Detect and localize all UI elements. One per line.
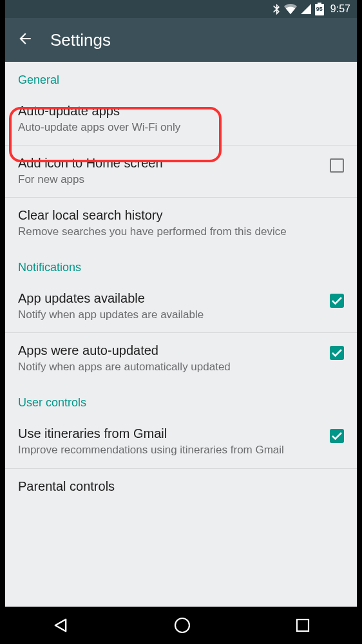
settings-list: General Auto-update apps Auto-update app… [5, 62, 357, 607]
setting-subtitle: Notify when apps are automatically updat… [18, 360, 319, 374]
signal-icon [301, 4, 311, 14]
app-bar: Settings [5, 18, 357, 62]
setting-add-icon-home[interactable]: Add icon to Home screen For new apps [5, 146, 357, 198]
setting-subtitle: Remove searches you have performed from … [18, 225, 344, 239]
nav-home-icon[interactable] [173, 616, 191, 634]
status-bar: 95 9:57 [5, 0, 357, 18]
setting-subtitle: Auto-update apps over Wi-Fi only [18, 120, 344, 135]
setting-title: App updates available [18, 290, 319, 307]
setting-auto-update-apps[interactable]: Auto-update apps Auto-update apps over W… [5, 93, 357, 146]
setting-title: Clear local search history [18, 207, 344, 223]
setting-subtitle: Improve recommendations using itinerarie… [18, 443, 319, 457]
checkbox-unchecked[interactable] [330, 158, 344, 173]
bluetooth-icon [272, 3, 280, 15]
nav-recents-icon[interactable] [295, 618, 310, 633]
setting-itineraries-gmail[interactable]: Use itineraries from Gmail Improve recom… [5, 416, 357, 468]
setting-subtitle: Notify when app updates are available [18, 308, 319, 322]
svg-point-0 [175, 618, 189, 632]
navigation-bar [0, 607, 362, 644]
nav-back-icon[interactable] [52, 616, 70, 634]
setting-clear-search-history[interactable]: Clear local search history Remove search… [5, 198, 357, 249]
setting-title: Add icon to Home screen [18, 155, 319, 171]
wifi-icon [284, 4, 297, 14]
setting-title: Apps were auto-updated [18, 342, 319, 359]
checkbox-checked[interactable] [330, 429, 344, 443]
page-title: Settings [50, 30, 111, 50]
setting-title: Parental controls [18, 478, 344, 495]
setting-app-updates-available[interactable]: App updates available Notify when app up… [5, 281, 357, 333]
checkbox-checked[interactable] [330, 346, 344, 360]
battery-icon: 95 [315, 3, 324, 15]
svg-rect-1 [297, 620, 309, 631]
section-header-general: General [5, 62, 357, 93]
setting-subtitle: For new apps [18, 173, 319, 187]
checkbox-checked[interactable] [330, 294, 344, 308]
setting-title: Use itineraries from Gmail [18, 425, 319, 442]
back-icon[interactable] [17, 30, 33, 50]
setting-parental-controls[interactable]: Parental controls [5, 469, 357, 498]
clock: 9:57 [330, 3, 350, 15]
section-header-notifications: Notifications [5, 249, 357, 281]
setting-apps-auto-updated[interactable]: Apps were auto-updated Notify when apps … [5, 333, 357, 384]
section-header-user-controls: User controls [5, 384, 357, 416]
setting-title: Auto-update apps [18, 102, 344, 119]
